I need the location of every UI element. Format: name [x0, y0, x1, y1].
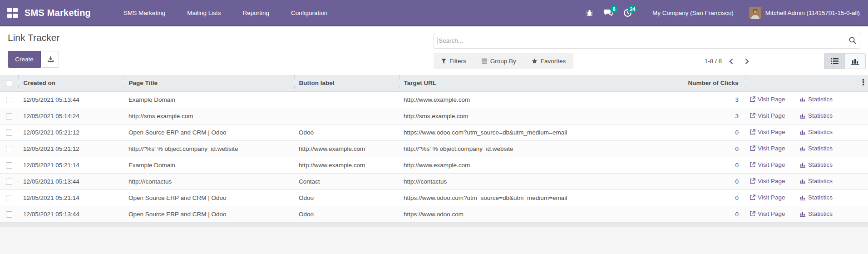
cell-created-on[interactable]: 12/05/2021 05:21:12 — [18, 124, 124, 140]
visit-page-button[interactable]: Visit Page — [750, 210, 785, 217]
cell-target-url[interactable]: http:///contactus — [399, 173, 658, 189]
pager-previous-button[interactable] — [725, 56, 738, 66]
row-checkbox[interactable] — [6, 211, 12, 218]
column-target-url[interactable]: Target URL — [399, 75, 658, 91]
column-created-on[interactable]: Created on — [18, 75, 124, 91]
export-button[interactable] — [42, 51, 59, 68]
visit-page-button[interactable]: Visit Page — [750, 129, 785, 135]
statistics-button[interactable]: Statistics — [800, 161, 833, 168]
cell-target-url[interactable]: http://"%s' % object.company_id.website — [399, 140, 658, 157]
cell-number-of-clicks[interactable]: 3 — [658, 91, 745, 108]
cell-button-label[interactable]: Odoo — [294, 189, 399, 206]
company-switcher[interactable]: My Company (San Francisco) — [639, 10, 745, 16]
visit-page-button[interactable]: Visit Page — [750, 145, 785, 152]
cell-target-url[interactable]: http://www.example.com — [399, 157, 658, 173]
cell-number-of-clicks[interactable]: 0 — [658, 157, 745, 173]
cell-target-url[interactable]: http://sms.example.com — [399, 108, 658, 124]
column-number-of-clicks[interactable]: Number of Clicks — [658, 75, 745, 91]
row-checkbox[interactable] — [6, 179, 12, 185]
table-row[interactable]: 12/05/2021 05:21:12 http://"%s' % object… — [0, 140, 868, 157]
statistics-button[interactable]: Statistics — [800, 112, 833, 119]
search-input[interactable] — [434, 33, 861, 49]
cell-target-url[interactable]: https://www.odoo.com — [399, 206, 658, 222]
group-by-button[interactable]: Group By — [474, 53, 524, 69]
activities-menu[interactable]: 24 — [620, 5, 635, 21]
cell-page-title[interactable]: http://sms.example.com — [124, 108, 294, 124]
statistics-button[interactable]: Statistics — [800, 194, 833, 201]
menu-reporting[interactable]: Reporting — [234, 5, 279, 21]
cell-created-on[interactable]: 12/05/2021 05:13:44 — [18, 91, 124, 108]
table-row[interactable]: 12/05/2021 05:13:44 http:///contactus Co… — [0, 173, 868, 189]
table-row[interactable]: 12/05/2021 05:21:12 Open Source ERP and … — [0, 124, 868, 140]
search-icon[interactable] — [848, 36, 857, 46]
cell-created-on[interactable]: 12/05/2021 05:21:12 — [18, 140, 124, 157]
statistics-button[interactable]: Statistics — [800, 210, 833, 217]
graph-view-button[interactable] — [845, 53, 866, 69]
cell-number-of-clicks[interactable]: 0 — [658, 173, 745, 189]
cell-target-url[interactable]: https://www.odoo.com?utm_source=db&utm_m… — [399, 124, 658, 140]
table-row[interactable]: 12/05/2021 05:13:44 Open Source ERP and … — [0, 206, 868, 222]
statistics-button[interactable]: Statistics — [800, 96, 833, 103]
cell-page-title[interactable]: Open Source ERP and CRM | Odoo — [124, 189, 294, 206]
cell-button-label[interactable] — [294, 108, 399, 124]
cell-target-url[interactable]: https://www.odoo.com?utm_source=db&utm_m… — [399, 189, 658, 206]
cell-button-label[interactable]: http://www.example.com — [294, 157, 399, 173]
row-checkbox[interactable] — [6, 113, 12, 120]
filters-button[interactable]: Filters — [434, 53, 474, 69]
row-checkbox[interactable] — [6, 162, 12, 169]
cell-button-label[interactable]: Contact — [294, 173, 399, 189]
table-row[interactable]: 12/05/2021 05:21:14 Open Source ERP and … — [0, 189, 868, 206]
cell-created-on[interactable]: 12/05/2021 05:13:44 — [18, 206, 124, 222]
statistics-button[interactable]: Statistics — [800, 145, 833, 152]
cell-number-of-clicks[interactable]: 0 — [658, 124, 745, 140]
cell-number-of-clicks[interactable]: 0 — [658, 206, 745, 222]
menu-sms-marketing[interactable]: SMS Marketing — [114, 5, 174, 21]
user-menu[interactable]: Mitchell Admin (11415701-15-0-all) — [749, 7, 860, 19]
apps-menu-icon[interactable] — [0, 0, 25, 25]
visit-page-button[interactable]: Visit Page — [750, 194, 785, 201]
cell-page-title[interactable]: http://"%s' % object.company_id.website — [124, 140, 294, 157]
row-checkbox[interactable] — [6, 195, 12, 201]
debug-bug-icon[interactable] — [582, 5, 597, 21]
statistics-button[interactable]: Statistics — [800, 178, 833, 184]
table-row[interactable]: 12/05/2021 05:14:24 http://sms.example.c… — [0, 108, 868, 124]
cell-created-on[interactable]: 12/05/2021 05:21:14 — [18, 157, 124, 173]
cell-page-title[interactable]: Open Source ERP and CRM | Odoo — [124, 124, 294, 140]
cell-page-title[interactable]: http:///contactus — [124, 173, 294, 189]
visit-page-button[interactable]: Visit Page — [750, 178, 785, 184]
column-page-title[interactable]: Page Title — [124, 75, 294, 91]
statistics-button[interactable]: Statistics — [800, 129, 833, 135]
row-checkbox[interactable] — [6, 129, 12, 136]
row-checkbox[interactable] — [6, 146, 12, 152]
cell-created-on[interactable]: 12/05/2021 05:13:44 — [18, 173, 124, 189]
cell-page-title[interactable]: Open Source ERP and CRM | Odoo — [124, 206, 294, 222]
cell-page-title[interactable]: Example Domain — [124, 157, 294, 173]
cell-created-on[interactable]: 12/05/2021 05:21:14 — [18, 189, 124, 206]
visit-page-button[interactable]: Visit Page — [750, 161, 785, 168]
cell-button-label[interactable]: Odoo — [294, 206, 399, 222]
cell-button-label[interactable]: http://www.example.com — [294, 140, 399, 157]
menu-mailing-lists[interactable]: Mailing Lists — [178, 5, 230, 21]
visit-page-button[interactable]: Visit Page — [750, 96, 785, 103]
column-button-label[interactable]: Button label — [294, 75, 399, 91]
optional-columns-toggle[interactable] — [854, 75, 868, 91]
cell-number-of-clicks[interactable]: 0 — [658, 140, 745, 157]
cell-created-on[interactable]: 12/05/2021 05:14:24 — [18, 108, 124, 124]
cell-number-of-clicks[interactable]: 0 — [658, 189, 745, 206]
menu-configuration[interactable]: Configuration — [282, 5, 336, 21]
cell-button-label[interactable] — [294, 91, 399, 108]
list-view-button[interactable] — [824, 53, 845, 69]
row-checkbox[interactable] — [6, 97, 12, 103]
cell-button-label[interactable]: Odoo — [294, 124, 399, 140]
table-row[interactable]: 12/05/2021 05:21:14 Example Domain http:… — [0, 157, 868, 173]
create-button[interactable]: Create — [8, 51, 41, 68]
visit-page-button[interactable]: Visit Page — [750, 112, 785, 119]
app-title[interactable]: SMS Marketing — [25, 8, 91, 18]
table-row[interactable]: 12/05/2021 05:13:44 Example Domain http:… — [0, 91, 868, 108]
cell-page-title[interactable]: Example Domain — [124, 91, 294, 108]
messages-menu[interactable]: 8 — [601, 5, 616, 21]
pager-next-button[interactable] — [740, 56, 754, 66]
favorites-button[interactable]: Favorites — [524, 53, 574, 69]
cell-number-of-clicks[interactable]: 3 — [658, 108, 745, 124]
cell-target-url[interactable]: http://www.example.com — [399, 91, 658, 108]
